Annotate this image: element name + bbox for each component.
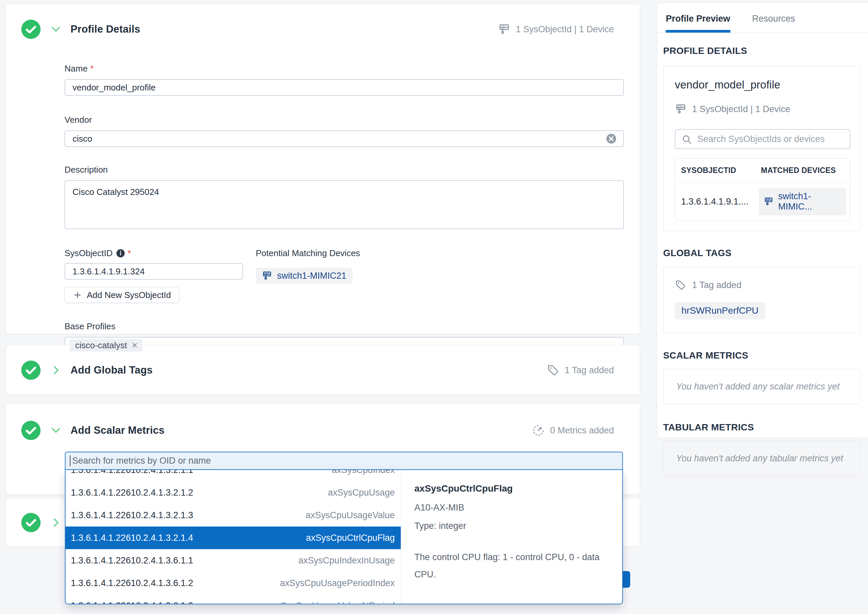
metric-detail-type: Type: integer	[414, 521, 609, 531]
vendor-label: Vendor	[65, 115, 624, 125]
metric-oid: 1.3.6.1.4.1.22610.2.4.1.3.6.1.3	[71, 594, 193, 604]
scalar-metrics-heading: SCALAR METRICS	[663, 350, 861, 361]
global-tags-heading: GLOBAL TAGS	[663, 248, 861, 259]
device-counter: 1 SysObjectId | 1 Device	[498, 23, 614, 36]
metric-counter: 0 Metrics added	[532, 424, 614, 437]
tag-icon	[675, 279, 686, 291]
base-profiles-label: Base Profiles	[65, 321, 624, 332]
metric-oid: 1.3.6.1.4.1.22610.2.4.1.3.6.1.2	[71, 572, 193, 594]
preview-device-counter: 1 SysObjectId | 1 Device	[675, 103, 850, 115]
device-icon	[675, 103, 687, 115]
add-new-sysobjectid-button[interactable]: Add New SysObjectId	[65, 287, 179, 303]
metric-name: axSysCpuUsagePeriodIndex	[280, 572, 395, 594]
sidebar-tabs: Profile Preview Resources	[657, 3, 868, 33]
row-sysobjectid: 1.3.6.1.4.1.9.1....	[681, 197, 759, 207]
preview-device-counter-label: 1 SysObjectId | 1 Device	[692, 104, 790, 115]
section-complete-check-icon	[21, 20, 40, 39]
section-complete-check-icon	[21, 361, 40, 380]
column-sysobjectid: SYSOBJECTID	[681, 166, 761, 175]
search-icon	[681, 134, 692, 145]
metric-name: axSysCpuIndexInUsage	[298, 549, 395, 572]
metric-oid: 1.3.6.1.4.1.22610.2.4.1.3.6.1.1	[71, 549, 193, 572]
metric-option-selected[interactable]: 1.3.6.1.4.1.22610.2.4.1.3.2.1.4 axSysCpu…	[65, 527, 401, 549]
table-header: SYSOBJECTID MATCHED DEVICES	[675, 159, 850, 183]
metric-option[interactable]: 1.3.6.1.4.1.22610.2.4.1.3.6.1.3 axSysCpu…	[65, 594, 401, 604]
chevron-right-icon[interactable]	[50, 364, 62, 376]
snmp-profile-editor: Profile Details 1 SysObjectId | 1 Device…	[0, 0, 868, 614]
metrics-search-overlay: 1.3.6.1.4.1.22610.2.4.1.3.2.1.1 axSysCpu…	[65, 452, 623, 604]
remove-chip-icon[interactable]	[131, 341, 138, 349]
description-field[interactable]: Cisco Catalyst 295024	[65, 180, 624, 229]
global-tag-chip[interactable]: hrSWRunPerfCPU	[675, 302, 765, 319]
scalar-metrics-empty-card: You haven't added any scalar metrics yet	[663, 369, 861, 404]
chevron-right-icon[interactable]	[50, 516, 62, 529]
sysobjectid-label: SysObjectID	[65, 248, 113, 259]
matched-device-chip[interactable]: switch1-MIMIC...	[759, 188, 846, 215]
metric-oid: 1.3.6.1.4.1.22610.2.4.1.3.2.1.4	[71, 527, 193, 549]
plus-icon	[73, 290, 82, 300]
chevron-down-icon[interactable]	[50, 23, 62, 35]
metric-name: axSysCpuUsage	[328, 481, 395, 504]
tabular-metrics-empty-card: You haven't added any tabular metrics ye…	[663, 441, 861, 476]
metric-detail-mib: A10-AX-MIB	[414, 502, 609, 513]
vendor-field[interactable]	[65, 130, 624, 147]
description-label: Description	[65, 164, 624, 175]
tabular-metrics-empty-message: You haven't added any tabular metrics ye…	[676, 453, 843, 464]
metric-option[interactable]: 1.3.6.1.4.1.22610.2.4.1.3.2.1.1 axSysCpu…	[65, 470, 401, 481]
tabular-metrics-heading: TABULAR METRICS	[663, 422, 861, 433]
sidebar-search-input[interactable]	[675, 129, 850, 149]
name-label: Name*	[65, 64, 624, 74]
global-tags-card: 1 Tag added hrSWRunPerfCPU	[663, 267, 861, 333]
metric-counter-label: 0 Metrics added	[550, 425, 614, 436]
profile-details-header: Profile Details 1 SysObjectId | 1 Device	[6, 4, 640, 54]
matched-device-chip[interactable]: switch1-MIMIC21	[256, 268, 352, 284]
base-profile-chip-label: cisco-catalyst	[75, 340, 127, 350]
info-icon[interactable]	[116, 249, 125, 258]
sysobjectid-column: SysObjectID * Add New SysObjectId	[65, 248, 243, 303]
metric-oid: 1.3.6.1.4.1.22610.2.4.1.3.2.1.2	[71, 481, 193, 504]
device-icon	[262, 270, 272, 281]
metric-option[interactable]: 1.3.6.1.4.1.22610.2.4.1.3.2.1.2 axSysCpu…	[65, 481, 401, 504]
device-counter-label: 1 SysObjectId | 1 Device	[516, 24, 614, 34]
tag-counter-label: 1 Tag added	[565, 365, 614, 375]
metrics-search-input[interactable]	[65, 452, 623, 470]
metric-detail-description: The control CPU flag: 1 - control CPU, 0…	[414, 549, 607, 583]
section-title: Add Global Tags	[70, 364, 153, 376]
section-title: Add Scalar Metrics	[70, 425, 164, 436]
sysobjectid-field[interactable]	[65, 263, 243, 280]
section-complete-check-icon	[21, 513, 40, 532]
scalar-metrics-empty-message: You haven't added any scalar metrics yet	[676, 381, 839, 392]
column-matched-devices: MATCHED DEVICES	[761, 166, 836, 175]
metric-option[interactable]: 1.3.6.1.4.1.22610.2.4.1.3.2.1.3 axSysCpu…	[65, 504, 401, 527]
chevron-down-icon[interactable]	[50, 425, 62, 436]
tag-icon	[547, 364, 560, 377]
metric-name: axSysCpuCtrlCpuFlag	[306, 527, 395, 549]
matched-device-name: switch1-MIMIC21	[277, 271, 347, 281]
section-complete-check-icon	[21, 421, 40, 440]
device-icon	[764, 196, 773, 207]
tab-resources[interactable]: Resources	[752, 14, 795, 33]
metrics-option-list[interactable]: 1.3.6.1.4.1.22610.2.4.1.3.2.1.1 axSysCpu…	[65, 470, 401, 604]
text-caret	[70, 455, 70, 466]
required-marker: *	[128, 248, 131, 259]
tag-counter: 1 Tag added	[547, 364, 614, 377]
name-field[interactable]	[65, 79, 624, 96]
metric-option[interactable]: 1.3.6.1.4.1.22610.2.4.1.3.6.1.2 axSysCpu…	[65, 572, 401, 594]
tab-profile-preview[interactable]: Profile Preview	[666, 14, 730, 33]
metric-option[interactable]: 1.3.6.1.4.1.22610.2.4.1.3.6.1.1 axSysCpu…	[65, 549, 401, 572]
tag-counter-label: 1 Tag added	[692, 280, 741, 290]
profile-preview-card: vendor_model_profile 1 SysObjectId | 1 D…	[663, 66, 861, 231]
profile-details-heading: PROFILE DETAILS	[663, 46, 861, 56]
table-row: 1.3.6.1.4.1.9.1.... switch1-MIMIC...	[675, 183, 850, 220]
clear-vendor-icon[interactable]	[606, 133, 617, 144]
metric-oid: 1.3.6.1.4.1.22610.2.4.1.3.2.1.3	[71, 504, 193, 527]
sidebar-search	[675, 129, 850, 149]
add-global-tags-card: Add Global Tags 1 Tag added	[6, 345, 640, 395]
metrics-dropdown: 1.3.6.1.4.1.22610.2.4.1.3.2.1.1 axSysCpu…	[65, 470, 623, 604]
matched-device-name: switch1-MIMIC...	[778, 191, 842, 212]
required-marker: *	[90, 64, 93, 73]
metric-name: axSysCpuIndex	[332, 470, 395, 481]
tag-counter: 1 Tag added	[675, 279, 849, 291]
add-new-sysobjectid-label: Add New SysObjectId	[87, 290, 171, 300]
metric-oid: 1.3.6.1.4.1.22610.2.4.1.3.2.1.1	[71, 470, 193, 481]
